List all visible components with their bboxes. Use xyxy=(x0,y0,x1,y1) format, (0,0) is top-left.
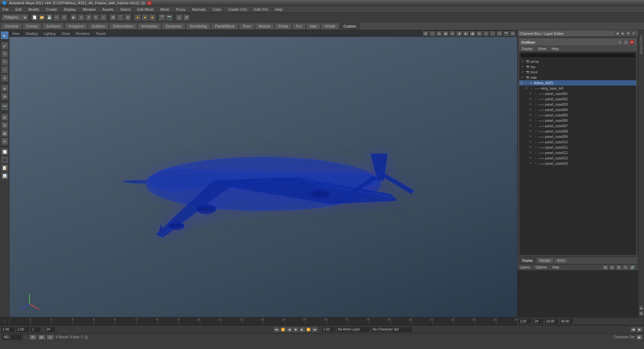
vp-icon-14[interactable]: ⊳ xyxy=(510,31,516,36)
undo-icon[interactable]: ↩ xyxy=(53,14,60,21)
light2-icon[interactable]: ● xyxy=(142,14,148,21)
le-menu-help[interactable]: Help xyxy=(551,265,560,269)
outliner-menu-display[interactable]: Display xyxy=(521,47,534,51)
outliner-minimize-btn[interactable]: ─ xyxy=(618,40,622,45)
tab-fluids[interactable]: Fluids xyxy=(275,23,292,30)
tree-item-panel004[interactable]: 👁 ○ —○ panel_case004 xyxy=(519,107,636,112)
vp-icon-11[interactable]: ↕ xyxy=(490,31,496,36)
vp-icon-7[interactable]: ◐ xyxy=(463,31,469,36)
dope-sheet-icon[interactable]: ⬛ xyxy=(1,156,8,163)
time-input[interactable] xyxy=(322,327,335,332)
char-set-input[interactable] xyxy=(372,327,412,332)
fps-input[interactable] xyxy=(16,327,30,332)
cb-icon-4[interactable]: ✕ xyxy=(631,31,636,36)
tree-item-panel002[interactable]: 👁 ○ —○ panel_case002 xyxy=(519,96,636,102)
new-scene-icon[interactable]: 📄 xyxy=(31,14,38,21)
vp-icon-6[interactable]: ◑ xyxy=(456,31,462,36)
tab-custom[interactable]: Custom xyxy=(340,23,360,30)
render-settings-icon[interactable]: ⚙ xyxy=(1,138,8,145)
vp-icon-1[interactable]: ⊞ xyxy=(423,31,429,36)
viewport-menu-renderer[interactable]: Renderer xyxy=(74,32,91,36)
tab-animation[interactable]: Animation xyxy=(138,23,161,30)
stop-btn[interactable]: ■ xyxy=(293,327,299,332)
universal-manip-icon[interactable]: ⊕ xyxy=(1,74,8,82)
ipr-icon[interactable]: 📷 xyxy=(166,14,173,21)
play-fwd-btn[interactable]: ▶ xyxy=(299,327,305,332)
scale-icon[interactable]: ⤡ xyxy=(100,14,107,21)
viewport-menu-show[interactable]: Show xyxy=(60,32,71,36)
tree-item-panel012[interactable]: 👁 ○ —○ panel_case012 xyxy=(519,150,636,155)
step-fwd-btn[interactable]: ⏩ xyxy=(306,327,312,332)
viewport-menu-view[interactable]: View xyxy=(11,32,21,36)
cb-icon-3[interactable]: ⊞ xyxy=(626,31,631,36)
le-tab-render[interactable]: Render xyxy=(537,258,554,264)
le-icon-1[interactable]: ⊞ xyxy=(602,265,608,270)
select-tool-icon[interactable]: ▶ xyxy=(1,32,8,39)
show-layers-icon[interactable]: ▤ xyxy=(1,113,8,121)
tree-item-panel005[interactable]: 👁 ○ —○ panel_case005 xyxy=(519,112,636,118)
tree-item-panel013[interactable]: 👁 ○ —○ panel_case013 xyxy=(519,155,636,161)
tab-deformation[interactable]: Deformation xyxy=(109,23,137,30)
menu-modify[interactable]: Modify xyxy=(27,7,41,12)
le-tab-display[interactable]: Display xyxy=(519,258,536,264)
start-frame-input[interactable] xyxy=(1,327,15,332)
vp-icon-4[interactable]: ◉ xyxy=(443,31,449,36)
tree-item-airbus[interactable]: ▼ 👁 ◆ Airbus_A321 xyxy=(519,80,636,86)
step-back-btn[interactable]: ⏪ xyxy=(280,327,286,332)
tab-surfaces[interactable]: Surfaces xyxy=(42,23,64,30)
menu-create-uvs[interactable]: Create UVs xyxy=(227,7,249,12)
close-button[interactable]: ✕ xyxy=(147,1,152,5)
le-icon-2[interactable]: ⊕ xyxy=(609,265,615,270)
snap-point-icon[interactable]: ⊕ xyxy=(124,14,131,21)
cb-icon-2[interactable]: ▶ xyxy=(621,31,625,36)
le-icon-5[interactable]: 🔗 xyxy=(629,265,635,270)
render-icon[interactable]: 🎬 xyxy=(159,14,165,21)
go-to-start-btn[interactable]: ⏮ xyxy=(274,327,280,332)
le-tab-anim[interactable]: Anim xyxy=(554,258,568,264)
tab-toon[interactable]: Toon xyxy=(239,23,254,30)
re-icon-2[interactable]: ▼ xyxy=(639,311,644,316)
vp-icon-13[interactable]: 📷 xyxy=(503,31,509,36)
tab-rendering[interactable]: Rendering xyxy=(186,23,211,30)
output-btn[interactable]: ⊞ xyxy=(38,335,45,340)
le-menu-options[interactable]: Options xyxy=(534,265,548,269)
move-icon[interactable]: ✛ xyxy=(85,14,92,21)
menu-display[interactable]: Display xyxy=(62,7,77,12)
go-to-end-btn[interactable]: ⏭ xyxy=(312,327,318,332)
airbus-editor-tab[interactable]: Airbus Editor xyxy=(639,35,643,54)
snap-curve-icon[interactable]: ⌒ xyxy=(117,14,124,21)
menu-edit[interactable]: Edit xyxy=(14,7,23,12)
outliner-close-btn[interactable]: ✕ xyxy=(630,40,634,45)
select-icon[interactable]: ▶ xyxy=(70,14,77,21)
menu-help[interactable]: Help xyxy=(274,7,284,12)
minimize-button[interactable]: ─ xyxy=(135,1,140,5)
tree-item-panel011[interactable]: 👁 ○ —○ panel_case011 xyxy=(519,145,636,150)
outliner-maximize-btn[interactable]: □ xyxy=(624,40,628,45)
menu-window[interactable]: Window xyxy=(81,7,97,12)
tree-item-persp[interactable]: 👁 📷 persp xyxy=(519,59,636,64)
tab-painteffects[interactable]: PaintEffects xyxy=(211,23,238,30)
re-icon-1[interactable]: ▲ xyxy=(639,306,644,310)
menu-normals[interactable]: Normals xyxy=(191,7,207,12)
vp-icon-9[interactable]: ⊟ xyxy=(476,31,482,36)
anim-end-field[interactable] xyxy=(559,318,573,324)
bb-btn-1[interactable]: ◀ xyxy=(630,327,636,332)
tree-item-panel001[interactable]: 👁 ○ —○ panel_case001 xyxy=(519,91,636,96)
menu-file[interactable]: File xyxy=(1,7,10,12)
maximize-button[interactable]: □ xyxy=(141,1,146,5)
menu-mesh[interactable]: Mesh xyxy=(159,7,171,12)
vp-icon-10[interactable]: ≡ xyxy=(483,31,489,36)
menu-create[interactable]: Create xyxy=(45,7,58,12)
menu-proxy[interactable]: Proxy xyxy=(175,7,187,12)
menu-edit-uvs[interactable]: Edit UVs xyxy=(253,7,270,12)
tree-item-side[interactable]: 👁 📷 side xyxy=(519,75,636,80)
menu-select[interactable]: Select xyxy=(119,7,132,12)
tab-curves[interactable]: Curves xyxy=(22,23,42,30)
expand-icon[interactable]: ▼ xyxy=(520,81,523,85)
le-icon-3[interactable]: ⊟ xyxy=(616,265,622,270)
grid-icon[interactable]: ⊞ xyxy=(183,14,190,21)
camera-icon[interactable]: 📷 xyxy=(1,103,8,110)
tab-general[interactable]: General xyxy=(1,23,22,30)
menu-edit-mesh[interactable]: Edit Mesh xyxy=(136,7,155,12)
tab-ncloth[interactable]: nCloth xyxy=(321,23,339,30)
